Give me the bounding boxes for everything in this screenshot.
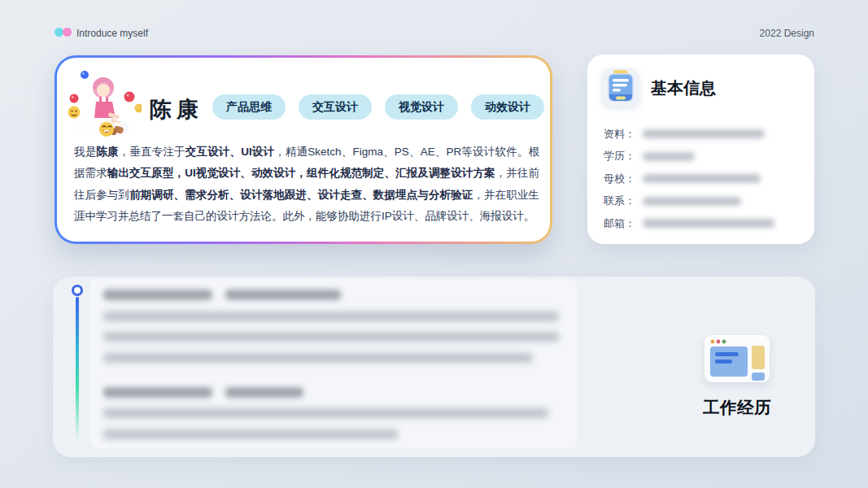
- intro-segment: ，垂直专注于: [119, 146, 185, 158]
- info-field-label: 联系：: [604, 194, 643, 208]
- experience-label-block: 工作经历: [703, 335, 771, 419]
- experience-entry-redacted: [103, 387, 562, 439]
- basic-info-card: 基本信息 资料：学历：母校：联系：邮箱：: [587, 54, 814, 244]
- redacted-value: [643, 219, 774, 228]
- experience-card: 工作经历: [53, 277, 815, 457]
- intro-bold-segment: 陈康: [96, 146, 118, 158]
- redacted-value: [643, 152, 695, 161]
- intro-paragraph: 我是陈康，垂直专注于交互设计、UI设计，精通Sketch、Figma、PS、AE…: [74, 142, 539, 228]
- skill-tag: 产品思维: [212, 94, 286, 120]
- redacted-text-line: [103, 408, 548, 418]
- skill-tag: 视觉设计: [385, 94, 458, 120]
- basic-info-title: 基本信息: [651, 77, 716, 99]
- info-field-row: 学历：: [604, 146, 803, 168]
- experience-entry-heading-redacted: [103, 290, 562, 300]
- skill-tag: 交互设计: [299, 94, 372, 120]
- redacted-heading-bar: [225, 387, 303, 398]
- info-field-label: 资料：: [604, 127, 643, 142]
- redacted-value: [643, 197, 741, 206]
- redacted-text-line: [103, 332, 559, 342]
- info-field-row: 母校：: [604, 168, 803, 190]
- info-field-label: 学历：: [604, 149, 643, 163]
- page: Introduce myself 2022 Design: [0, 0, 868, 488]
- redacted-text-line: [103, 353, 533, 363]
- redacted-value: [643, 129, 765, 138]
- browser-window-icon: [704, 335, 770, 382]
- brand-dot-pink-icon: [63, 28, 72, 37]
- redacted-heading-bar: [225, 290, 341, 300]
- redacted-experience-content: [90, 279, 577, 448]
- header-right-label: 2022 Design: [760, 28, 814, 39]
- timeline-ring-icon: [72, 285, 83, 296]
- info-field-label: 母校：: [604, 172, 643, 186]
- redacted-value: [643, 174, 761, 183]
- skill-tag: 动效设计: [471, 94, 544, 120]
- profile-card: 陈康 产品思维交互设计视觉设计动效设计 我是陈康，垂直专注于交互设计、UI设计，…: [55, 55, 552, 244]
- redacted-text-line: [103, 312, 559, 321]
- redacted-text-line: [103, 429, 398, 439]
- info-field-row: 资料：: [604, 123, 803, 146]
- info-field-row: 联系：: [604, 190, 803, 213]
- redacted-heading-bar: [103, 290, 212, 300]
- timeline-line: [76, 297, 79, 441]
- info-field-label: 邮箱：: [604, 216, 643, 231]
- skill-tags: 产品思维交互设计视觉设计动效设计: [212, 94, 544, 120]
- basic-info-fields: 资料：学历：母校：联系：邮箱：: [604, 123, 803, 235]
- redacted-heading-bar: [103, 387, 212, 398]
- info-field-row: 邮箱：: [604, 212, 803, 235]
- clipboard-icon: [602, 68, 639, 106]
- intro-bold-segment: 前期调研、需求分析、设计落地跟进、设计走查、数据埋点与分析验证: [129, 189, 473, 201]
- intro-bold-segment: 输出交互原型，UI视觉设计、动效设计，组件化规范制定、汇报及调整设计方案: [107, 167, 495, 179]
- profile-card-inner: 陈康 产品思维交互设计视觉设计动效设计 我是陈康，垂直专注于交互设计、UI设计，…: [57, 58, 550, 242]
- experience-title: 工作经历: [703, 396, 771, 419]
- girl-on-cloud-3d-illustration-icon: [67, 68, 142, 137]
- experience-entry-redacted: [103, 290, 562, 363]
- page-title: Introduce myself: [76, 28, 148, 39]
- experience-entry-heading-redacted: [103, 387, 562, 398]
- person-name: 陈康: [150, 95, 203, 124]
- intro-bold-segment: 交互设计、UI设计: [185, 146, 274, 158]
- intro-segment: 我是: [74, 146, 96, 158]
